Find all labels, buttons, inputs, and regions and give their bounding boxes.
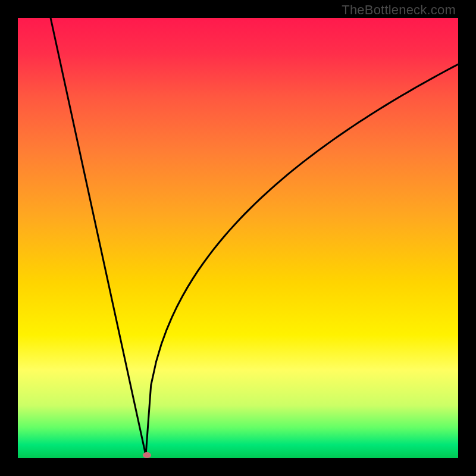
minimum-marker <box>143 452 151 458</box>
watermark-text: TheBottleneck.com <box>342 2 456 18</box>
bottleneck-curve <box>18 18 458 458</box>
